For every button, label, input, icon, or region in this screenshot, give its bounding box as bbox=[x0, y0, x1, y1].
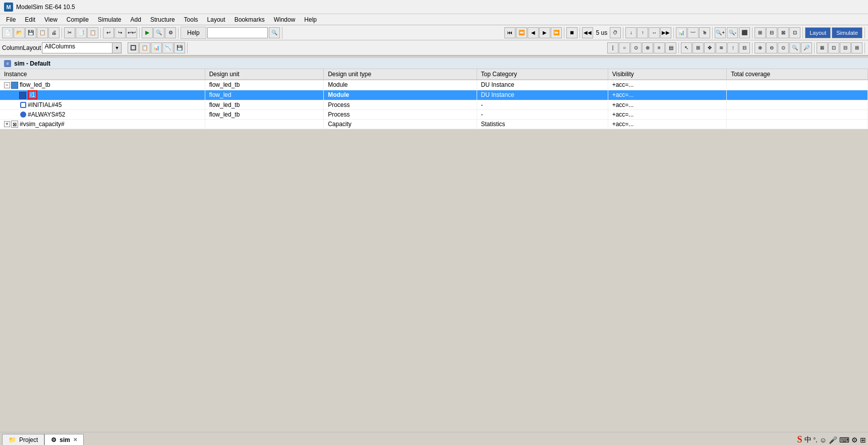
tab-bar: 📁 Project ⚙ sim ✕ S 中 °, ☺ 🎤 ⌨ ⚙ ⊞ bbox=[0, 432, 868, 445]
more-btn1[interactable]: ⊞ bbox=[755, 27, 766, 38]
bp-btn3[interactable]: ⊟ bbox=[840, 42, 851, 53]
col-layout-value[interactable]: AllColumns bbox=[42, 42, 112, 53]
col-layout-arrow[interactable]: ▼ bbox=[112, 42, 122, 53]
sim-tab-close[interactable]: ✕ bbox=[73, 437, 77, 442]
more-btn4[interactable]: ⊡ bbox=[789, 27, 800, 38]
open-btn[interactable]: 📂 bbox=[14, 27, 25, 38]
zoom-in-btn[interactable]: 🔍+ bbox=[715, 27, 726, 38]
nav-btn3[interactable]: ⊙ bbox=[630, 42, 642, 53]
undo2-btn[interactable]: ↩↩ bbox=[126, 27, 137, 38]
menu-help[interactable]: Help bbox=[300, 15, 321, 24]
next-btn[interactable]: ⏩ bbox=[551, 27, 562, 38]
menu-edit[interactable]: Edit bbox=[21, 15, 39, 24]
time-unit-btn[interactable]: ⏱ bbox=[610, 27, 621, 38]
undo-btn[interactable]: ↩ bbox=[103, 27, 114, 38]
table-row[interactable]: +⊠#vsim_capacity#CapacityStatistics+acc=… bbox=[0, 119, 868, 129]
menu-compile[interactable]: Compile bbox=[63, 15, 93, 24]
log-btn[interactable]: 📊 bbox=[676, 27, 687, 38]
table-row[interactable]: #ALWAYS#52flow_led_tbProcess-+acc=... bbox=[0, 109, 868, 119]
table-header-row: Instance Design unit Design unit type To… bbox=[0, 69, 868, 80]
menu-layout[interactable]: Layout bbox=[203, 15, 229, 24]
nav-btn4[interactable]: ⊕ bbox=[642, 42, 653, 53]
col-instance[interactable]: Instance bbox=[0, 69, 205, 80]
col-design-unit-type[interactable]: Design unit type bbox=[324, 69, 477, 80]
more-btn2[interactable]: ⊟ bbox=[766, 27, 777, 38]
zoom-in2-btn[interactable]: 🔍 bbox=[789, 42, 800, 53]
expand-btn[interactable]: + bbox=[4, 121, 10, 127]
new-btn[interactable]: 📄 bbox=[2, 27, 13, 38]
nav-btn2[interactable]: ○ bbox=[619, 42, 630, 53]
nav-btn6[interactable]: ▤ bbox=[665, 42, 676, 53]
menu-bookmarks[interactable]: Bookmarks bbox=[230, 15, 269, 24]
tab-sim[interactable]: ⚙ sim ✕ bbox=[44, 434, 84, 445]
col-btn1[interactable]: 🔲 bbox=[128, 42, 139, 53]
menu-structure[interactable]: Structure bbox=[146, 15, 179, 24]
nav-btn1[interactable]: | bbox=[607, 42, 618, 53]
menu-window[interactable]: Window bbox=[270, 15, 300, 24]
back-btn[interactable]: ◀ bbox=[528, 27, 539, 38]
find-btn[interactable]: 🔍 bbox=[153, 27, 164, 38]
break-btn[interactable]: ⏹ bbox=[566, 27, 577, 38]
col-btn3[interactable]: 📊 bbox=[151, 42, 162, 53]
sim-simulate-btn[interactable]: Simulate bbox=[832, 27, 862, 38]
step-over-btn[interactable]: ↔ bbox=[649, 27, 660, 38]
paste-btn[interactable]: 📋 bbox=[87, 27, 98, 38]
copy-btn[interactable]: 📑 bbox=[76, 27, 87, 38]
col-btn5[interactable]: 💾 bbox=[174, 42, 185, 53]
forward-btn[interactable]: ▶ bbox=[539, 27, 550, 38]
zoom-fit2-btn[interactable]: ⊖ bbox=[766, 42, 777, 53]
bp-btn4[interactable]: ⊞ bbox=[851, 42, 862, 53]
nav-btn5[interactable]: ≡ bbox=[654, 42, 665, 53]
zoom-sel-btn[interactable]: ⊙ bbox=[778, 42, 789, 53]
col-layout-dropdown[interactable]: AllColumns ▼ bbox=[42, 42, 122, 53]
expand-btn[interactable]: − bbox=[4, 82, 10, 88]
run-btn[interactable]: ▶ bbox=[142, 27, 153, 38]
zoom-out2-btn[interactable]: 🔎 bbox=[801, 42, 812, 53]
print-btn[interactable]: 🖨 bbox=[48, 27, 60, 38]
table-row[interactable]: −flow_led_tbflow_led_tbModuleDU Instance… bbox=[0, 80, 868, 90]
table-row[interactable]: #INITIAL#45flow_led_tbProcess-+acc=... bbox=[0, 100, 868, 109]
time-back-btn[interactable]: ◀◀ bbox=[582, 27, 593, 38]
save-all-btn[interactable]: 📋 bbox=[37, 27, 48, 38]
help-search-btn[interactable]: 🔍 bbox=[269, 27, 280, 38]
col-btn4[interactable]: 📉 bbox=[162, 42, 173, 53]
list-view-btn[interactable]: ⊟ bbox=[739, 42, 750, 53]
bp-btn1[interactable]: ⊠ bbox=[817, 42, 828, 53]
help-button[interactable]: Help bbox=[181, 27, 206, 39]
drag-btn[interactable]: ✥ bbox=[704, 42, 715, 53]
step-out-btn[interactable]: ↑ bbox=[637, 27, 648, 38]
zoom-full-btn[interactable]: ⊕ bbox=[755, 42, 766, 53]
menu-view[interactable]: View bbox=[40, 15, 62, 24]
menu-simulate[interactable]: Simulate bbox=[94, 15, 126, 24]
waveform-btn1[interactable]: ≋ bbox=[716, 42, 727, 53]
tab-project[interactable]: 📁 Project bbox=[2, 434, 44, 445]
menu-tools[interactable]: Tools bbox=[180, 15, 202, 24]
bp-btn2[interactable]: ⊡ bbox=[828, 42, 839, 53]
col-visibility[interactable]: Visibility bbox=[608, 69, 726, 80]
cut-btn[interactable]: ✂ bbox=[64, 27, 75, 38]
col-total-coverage[interactable]: Total coverage bbox=[727, 69, 868, 80]
select-btn[interactable]: ⊞ bbox=[692, 42, 704, 53]
waveform-btn2[interactable]: ⫶ bbox=[727, 42, 738, 53]
menu-add[interactable]: Add bbox=[127, 15, 145, 24]
wave-btn[interactable]: 〰 bbox=[687, 27, 699, 38]
table-row[interactable]: i1flow_ledModuleDU Instance+acc=... bbox=[0, 90, 868, 100]
step-in-btn[interactable]: ↓ bbox=[625, 27, 636, 38]
options-btn[interactable]: ⚙ bbox=[165, 27, 176, 38]
zoom-fit-btn[interactable]: ⬛ bbox=[739, 27, 750, 38]
col-top-category[interactable]: Top Category bbox=[477, 69, 608, 80]
sim-layout-btn[interactable]: Layout bbox=[805, 27, 831, 38]
help-search-input[interactable] bbox=[207, 27, 268, 38]
more-btn3[interactable]: ⊠ bbox=[778, 27, 789, 38]
continue-btn[interactable]: ▶▶ bbox=[660, 27, 671, 38]
cursor-mode-btn[interactable]: ↖ bbox=[681, 42, 692, 53]
restart-btn[interactable]: ⏮ bbox=[504, 27, 515, 38]
save-btn[interactable]: 💾 bbox=[25, 27, 36, 38]
step-back-btn[interactable]: ⏪ bbox=[516, 27, 527, 38]
zoom-out-btn[interactable]: 🔍- bbox=[727, 27, 738, 38]
col-design-unit[interactable]: Design unit bbox=[205, 69, 323, 80]
cursor-btn[interactable]: 🖱 bbox=[699, 27, 710, 38]
col-btn2[interactable]: 📋 bbox=[139, 42, 150, 53]
redo-btn[interactable]: ↪ bbox=[114, 27, 126, 38]
menu-file[interactable]: File bbox=[2, 15, 20, 24]
